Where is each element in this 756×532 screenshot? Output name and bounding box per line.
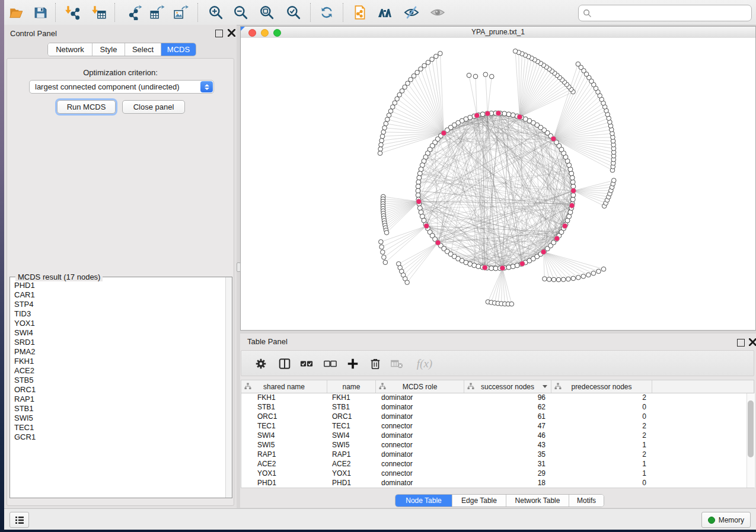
mcds-result-item[interactable]: TID3 (14, 309, 226, 319)
run-mcds-button[interactable]: Run MCDS (57, 100, 116, 114)
table-cell: 1 (551, 460, 652, 468)
table-cell: 0 (551, 479, 652, 487)
tab-select[interactable]: Select (125, 43, 161, 56)
memory-button[interactable]: Memory (701, 512, 751, 528)
table-row[interactable]: TEC1TEC1connector472 (241, 421, 754, 431)
optimization-criterion-select[interactable]: largest connected component (undirected) (29, 80, 214, 94)
mcds-result-item[interactable]: ORC1 (14, 385, 226, 395)
tab-motifs[interactable]: Motifs (569, 495, 604, 507)
toolbar-separator (343, 3, 343, 22)
table-row[interactable]: SWI5SWI5connector431 (241, 440, 754, 450)
mcds-result-item[interactable]: GCR1 (14, 432, 226, 442)
mcds-result-item[interactable]: STP4 (14, 300, 226, 309)
scrollbar-thumb[interactable] (748, 400, 754, 457)
column-header-shared-name[interactable]: shared name (241, 380, 327, 393)
save-session-icon[interactable] (30, 2, 50, 23)
search-input[interactable] (594, 8, 751, 18)
network-window-titlebar[interactable]: YPA_prune.txt_1 (241, 27, 755, 39)
open-session-icon[interactable] (6, 2, 26, 23)
network-canvas[interactable] (241, 38, 755, 330)
zoom-fit-icon[interactable] (257, 2, 277, 23)
export-network-icon[interactable] (125, 2, 145, 23)
table-row[interactable]: ACE2ACE2connector311 (241, 459, 754, 469)
panel-splitter-handle[interactable] (237, 262, 241, 272)
zoom-selected-icon[interactable] (283, 2, 304, 23)
mcds-result-item[interactable]: SWI5 (14, 414, 226, 423)
mcds-result-item[interactable]: YOX1 (14, 319, 226, 328)
settings-gear-icon[interactable] (253, 356, 269, 371)
float-panel-icon[interactable] (215, 30, 223, 37)
table-cell: 43 (464, 441, 551, 449)
table-cell: dominator (376, 431, 464, 440)
mcds-result-item[interactable]: CAR1 (14, 290, 226, 300)
table-row[interactable]: SWI4SWI4dominator462 (241, 431, 754, 440)
close-panel-icon[interactable] (228, 29, 235, 37)
table-cell: 18 (464, 479, 551, 487)
toolbar-separator (310, 3, 311, 22)
mcds-result-scrollbar[interactable] (225, 277, 232, 498)
import-network-icon[interactable] (62, 2, 82, 23)
tab-mcds[interactable]: MCDS (161, 43, 196, 56)
table-scrollbar[interactable] (747, 393, 755, 488)
add-column-icon[interactable] (345, 356, 361, 371)
search-network-icon[interactable] (375, 2, 395, 23)
mcds-result-item[interactable]: FKH1 (14, 357, 226, 366)
close-panel-button[interactable]: Close panel (122, 100, 185, 114)
column-header-name[interactable]: name (327, 380, 376, 393)
column-layout-icon[interactable] (277, 356, 292, 371)
table-cell: RAP1 (327, 450, 376, 459)
mcds-result-item[interactable]: TEC1 (14, 423, 226, 432)
show-all-icon[interactable] (428, 2, 448, 23)
mcds-result-item[interactable]: RAP1 (14, 395, 226, 404)
column-header-predecessor-nodes[interactable]: predecessor nodes (551, 380, 652, 393)
search-field[interactable] (578, 5, 752, 21)
deselect-all-icon[interactable] (323, 356, 338, 371)
tab-network-table[interactable]: Network Table (506, 495, 569, 507)
mcds-result-list[interactable]: PHD1CAR1STP4TID3YOX1SWI4SRD1PMA2FKH1ACE2… (10, 278, 226, 498)
table-cell: SWI5 (327, 441, 376, 449)
hide-selected-icon[interactable] (401, 2, 422, 23)
select-stepper-icon (200, 81, 213, 92)
mcds-result-item[interactable]: PHD1 (14, 281, 226, 290)
table-cell: dominator (376, 393, 464, 402)
mcds-result-item[interactable]: STB5 (14, 376, 226, 385)
tab-edge-table[interactable]: Edge Table (452, 495, 506, 507)
export-image-icon[interactable] (171, 2, 191, 23)
table-row[interactable]: STB1STB1dominator620 (241, 402, 754, 412)
table-row[interactable]: PHD1PHD1dominator180 (241, 478, 754, 488)
table-row[interactable]: ORC1ORC1dominator610 (241, 412, 754, 421)
export-table-icon[interactable] (147, 2, 167, 23)
zoom-out-icon[interactable] (231, 2, 251, 23)
table-cell: STB1 (241, 403, 327, 411)
select-all-checked-icon[interactable] (299, 356, 314, 371)
mcds-result-item[interactable]: ACE2 (14, 366, 226, 376)
list-icon (15, 516, 24, 524)
toolbar-separator (114, 3, 115, 22)
mcds-result-item[interactable]: SRD1 (14, 338, 226, 347)
refresh-view-icon[interactable] (317, 2, 337, 23)
column-header-successor-nodes[interactable]: successor nodes (464, 380, 551, 393)
table-row[interactable]: RAP1RAP1dominator352 (241, 450, 754, 459)
table-cell: ACE2 (241, 460, 327, 468)
tab-node-table[interactable]: Node Table (395, 495, 452, 507)
table-cell: 35 (464, 450, 551, 459)
tab-network[interactable]: Network (48, 43, 92, 56)
mcds-result-item[interactable]: SWI4 (14, 328, 226, 338)
import-table-icon[interactable] (89, 2, 109, 23)
close-panel-icon[interactable] (749, 338, 756, 346)
tab-style[interactable]: Style (92, 43, 125, 56)
zoom-in-icon[interactable] (206, 2, 226, 23)
share-document-icon[interactable] (350, 2, 370, 23)
table-cell: RAP1 (241, 450, 327, 459)
memory-label: Memory (719, 516, 744, 524)
table-row[interactable]: YOX1YOX1connector291 (241, 469, 754, 478)
table-cell: ORC1 (241, 412, 327, 421)
column-header-MCDS-role[interactable]: MCDS role (376, 380, 464, 393)
table-cell: 46 (464, 431, 551, 440)
delete-column-icon[interactable] (368, 356, 383, 371)
float-panel-icon[interactable] (737, 339, 745, 347)
mcds-result-item[interactable]: PMA2 (14, 347, 226, 357)
task-history-button[interactable] (9, 512, 29, 528)
table-row[interactable]: FKH1FKH1dominator962 (241, 393, 754, 402)
mcds-result-item[interactable]: STB1 (14, 404, 226, 414)
